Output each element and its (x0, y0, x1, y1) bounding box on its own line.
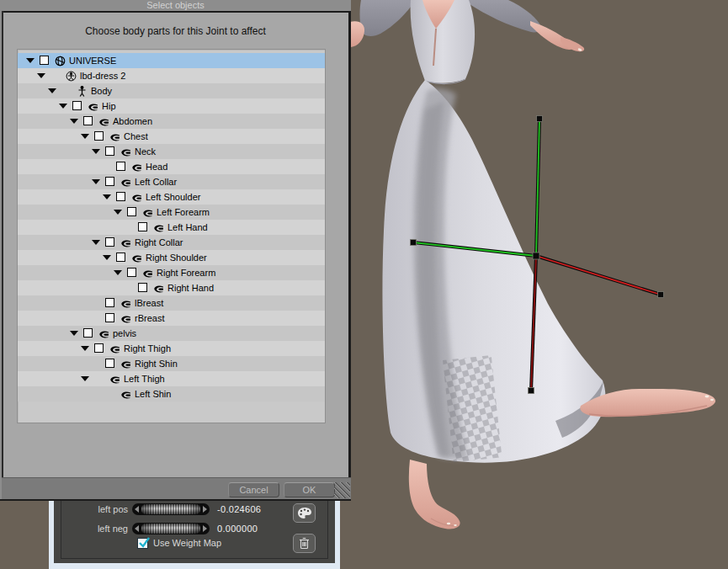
tree-row-left-thigh[interactable]: Left Thigh (18, 371, 325, 386)
tree-row-label[interactable]: Right Collar (135, 237, 183, 247)
tree-row-label[interactable]: Abdomen (113, 116, 152, 126)
tree-row-label[interactable]: Left Shoulder (146, 192, 200, 202)
expander-triangle-icon[interactable] (103, 255, 111, 260)
tree-row-label[interactable]: Head (146, 162, 167, 172)
part-checkbox[interactable] (105, 146, 114, 156)
tree-row-label[interactable]: Chest (124, 131, 148, 141)
part-checkbox[interactable] (116, 162, 125, 171)
tree-row-label[interactable]: UNIVERSE (69, 56, 116, 66)
tree-row-abdomen[interactable]: Abdomen (18, 114, 325, 129)
tree-row-label[interactable]: Left Collar (135, 177, 177, 187)
expander-triangle-icon[interactable] (81, 346, 89, 351)
tree-row-left-shin[interactable]: Left Shin (18, 386, 325, 401)
expander-triangle-icon[interactable] (70, 119, 78, 124)
part-checkbox[interactable] (94, 131, 104, 141)
part-checkbox[interactable] (138, 222, 147, 231)
part-checkbox[interactable] (105, 298, 114, 307)
left-pos-thumbwheel[interactable] (132, 503, 210, 515)
tree-row-label[interactable]: pelvis (113, 328, 136, 338)
wheel-left-arrow-icon[interactable] (135, 525, 139, 532)
part-checkbox[interactable] (127, 207, 136, 216)
expander-triangle-icon[interactable] (81, 134, 89, 139)
expander-triangle-icon[interactable] (59, 104, 67, 109)
tree-row-right-forearm[interactable]: Right Forearm (18, 265, 325, 280)
expander-triangle-icon[interactable] (114, 210, 122, 215)
expander-triangle-icon[interactable] (92, 149, 100, 154)
tree-row-label[interactable]: Left Hand (167, 222, 208, 232)
cancel-button[interactable]: Cancel (228, 482, 279, 497)
part-checkbox[interactable] (83, 116, 93, 125)
tree-row-label[interactable]: Right Hand (167, 283, 214, 293)
tree-row-label[interactable]: Right Shin (135, 359, 178, 369)
body-parts-tree[interactable]: UNIVERSElbd-dress 2BodyHipAbdomenChestNe… (17, 49, 326, 423)
tree-row-label[interactable]: Left Forearm (157, 207, 210, 217)
part-checkbox[interactable] (116, 253, 125, 262)
ok-button[interactable]: OK (284, 482, 335, 497)
part-checkbox[interactable] (105, 359, 114, 368)
part-checkbox[interactable] (83, 328, 93, 338)
tree-row-neck[interactable]: Neck (18, 144, 325, 159)
body-part-icon (142, 209, 153, 218)
part-checkbox[interactable] (72, 101, 82, 110)
part-checkbox[interactable] (105, 237, 114, 247)
body-part-icon (131, 194, 142, 203)
expander-triangle-icon[interactable] (70, 331, 78, 336)
tree-row-head[interactable]: Head (18, 159, 325, 174)
tree-row-label[interactable]: Neck (135, 146, 156, 157)
part-checkbox[interactable] (105, 177, 114, 186)
tree-row-left-hand[interactable]: Left Hand (18, 220, 325, 235)
tree-row-label[interactable]: Body (91, 86, 112, 96)
tree-row-left-shoulder[interactable]: Left Shoulder (18, 189, 325, 205)
expander-triangle-icon[interactable] (92, 179, 100, 184)
tree-row-right-collar[interactable]: Right Collar (18, 235, 325, 250)
tree-row-label[interactable]: lbd-dress 2 (80, 71, 125, 81)
part-checkbox[interactable] (138, 283, 147, 292)
tree-row-left-collar[interactable]: Left Collar (18, 174, 325, 189)
tree-row-label[interactable]: Right Forearm (157, 268, 215, 278)
tree-row-left-forearm[interactable]: Left Forearm (18, 205, 325, 220)
use-weight-map-checkbox[interactable] (137, 538, 148, 549)
tree-row-right-shin[interactable]: Right Shin (18, 356, 325, 371)
part-checkbox[interactable] (94, 343, 104, 353)
expander-triangle-icon[interactable] (114, 270, 122, 275)
tree-row-pelvis[interactable]: pelvis (18, 326, 325, 341)
expander-triangle-icon[interactable] (103, 194, 111, 199)
body-part-icon (109, 345, 120, 354)
part-checkbox[interactable] (40, 56, 49, 65)
expander-triangle-icon[interactable] (37, 73, 45, 78)
left-neg-thumbwheel[interactable] (132, 523, 210, 534)
expander-triangle-icon[interactable] (81, 376, 89, 381)
tree-row-body[interactable]: Body (18, 83, 325, 98)
tree-row-label[interactable]: lBreast (135, 298, 163, 308)
resize-grip[interactable] (334, 482, 350, 498)
tree-row-label[interactable]: Right Thigh (124, 343, 171, 354)
expander-triangle-icon[interactable] (26, 58, 35, 63)
tree-row-right-hand[interactable]: Right Hand (18, 280, 325, 295)
tree-row-hip[interactable]: Hip (18, 98, 325, 114)
wheel-left-arrow-icon[interactable] (135, 506, 139, 513)
tree-row-right-thigh[interactable]: Right Thigh (18, 341, 325, 356)
tree-row-label[interactable]: Left Thigh (124, 374, 165, 384)
palette-color-button[interactable] (293, 503, 316, 523)
tree-row-lbreast[interactable]: lBreast (18, 295, 325, 311)
wheel-right-arrow-icon[interactable] (203, 506, 207, 513)
dialog-titlebar[interactable]: Select objects (0, 0, 351, 11)
tree-row-label[interactable]: rBreast (135, 313, 164, 323)
right-sleeve (465, 0, 540, 32)
tree-row-label[interactable]: Right Shoulder (146, 253, 207, 263)
delete-weight-map-button[interactable] (293, 534, 316, 553)
tree-row-universe[interactable]: UNIVERSE (18, 53, 325, 68)
wheel-right-arrow-icon[interactable] (203, 525, 207, 532)
tree-row-lbd-dress-2[interactable]: lbd-dress 2 (18, 68, 325, 83)
part-checkbox[interactable] (116, 192, 125, 201)
trash-icon (299, 537, 310, 550)
tree-row-label[interactable]: Left Shin (135, 389, 171, 399)
tree-row-rbreast[interactable]: rBreast (18, 311, 325, 326)
expander-triangle-icon[interactable] (92, 240, 100, 245)
tree-row-chest[interactable]: Chest (18, 129, 325, 144)
expander-triangle-icon[interactable] (48, 88, 56, 93)
tree-row-label[interactable]: Hip (102, 101, 116, 111)
part-checkbox[interactable] (127, 268, 136, 277)
part-checkbox[interactable] (105, 313, 114, 322)
tree-row-right-shoulder[interactable]: Right Shoulder (18, 250, 325, 265)
